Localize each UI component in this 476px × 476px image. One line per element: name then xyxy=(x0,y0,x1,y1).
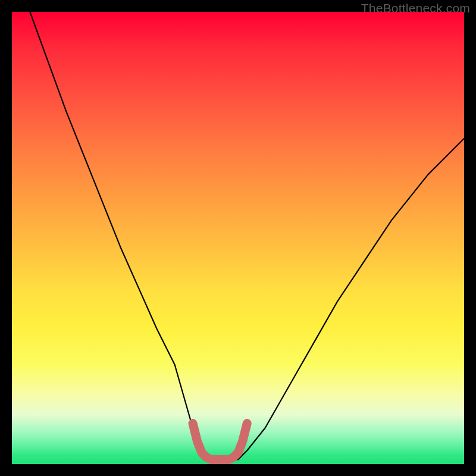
bottleneck-curve-path xyxy=(30,12,464,459)
optimal-band-path xyxy=(193,424,247,460)
curve-layer xyxy=(12,12,464,464)
chart-frame: TheBottleneck.com xyxy=(0,0,476,476)
plot-area xyxy=(12,12,464,464)
